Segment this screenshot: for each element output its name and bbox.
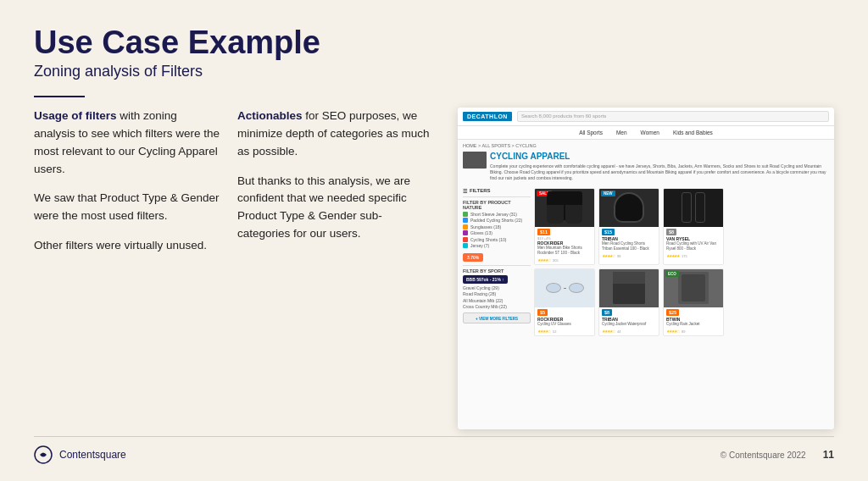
slide-subtitle: Zoning analysis of Filters	[34, 63, 834, 80]
product-subname: Cycling Rain Jacket	[666, 322, 721, 327]
hot-badge: 3.70%	[463, 253, 483, 262]
filter-text: Jersey (7)	[470, 243, 489, 248]
filter-text: Gravel Cycling (29)	[463, 285, 499, 290]
filter-item: Sunglasses (18)	[463, 224, 531, 229]
product-card[interactable]: SALE $11 $	[534, 188, 595, 265]
star-rating: ★★★★☆	[602, 329, 615, 334]
product-tag: ECO	[665, 271, 679, 277]
right-col: Actionables for SEO purposes, we minimiz…	[237, 108, 432, 429]
filter-item: Cycling Shorts (10)	[463, 237, 531, 242]
product-card[interactable]: NEW $15 TRIBAN Men Road Cycling Shorts T…	[598, 188, 659, 265]
logo-area: Contentsquare	[34, 445, 126, 464]
product-subname: Cycling UV Glasses	[537, 322, 592, 327]
product-img-shape	[546, 283, 584, 293]
nav-women: Women	[639, 129, 661, 136]
product-image	[535, 269, 594, 307]
left-para1: Usage of filters with zoning analysis to…	[34, 108, 220, 179]
page-desc: Complete your cycling experience with co…	[490, 163, 829, 181]
product-card[interactable]: $8 TRIBAN Cycling Jacket Waterproof ★★★★…	[598, 268, 659, 336]
products-area: ☰ FILTERS FILTER BY PRODUCT NATURE Short…	[463, 188, 829, 337]
left-para1-bold: Usage of filters	[34, 109, 117, 122]
product-image: NEW	[599, 189, 659, 227]
filter-item: Short Sleeve Jersey (31)	[463, 212, 531, 217]
product-info: $11 $13 +4% ROCKRIDER Men Mountain Bike …	[535, 227, 594, 264]
product-rating: ★★★★☆ 98	[602, 252, 656, 258]
star-rating: ★★★★☆	[537, 257, 550, 263]
title-divider	[34, 96, 85, 97]
glass-lens	[569, 283, 584, 293]
product-img-shape	[682, 192, 705, 223]
product-price: $8	[666, 229, 676, 235]
filter-dot	[463, 218, 468, 223]
product-info: $15 TRIBAN Men Road Cycling Shorts Triba…	[599, 227, 659, 260]
product-img-shape	[614, 192, 644, 223]
browser-nav: All Sports Men Women Kids and Babies	[458, 126, 834, 140]
filter-dot	[463, 230, 468, 235]
page-number: 11	[823, 449, 834, 461]
filter-text: Gloves (13)	[470, 230, 492, 235]
filter-text: Road Racing (28)	[463, 291, 496, 296]
product-card[interactable]: ECO $25 BTWIN Cycling Rain Jacket	[663, 268, 724, 336]
left-para3: Other filters were virtually unused.	[34, 237, 220, 255]
glass-bridge	[564, 288, 566, 289]
product-img-shape	[547, 191, 582, 224]
slide-header: Use Case Example Zoning analysis of Filt…	[34, 25, 834, 80]
contentsquare-logo-icon	[34, 445, 53, 464]
product-info: $8 VAN RYSEL Road Cycling with UV Air Va…	[664, 227, 723, 260]
product-subname: Men Mountain Bike Shorts Rockrider ST 10…	[537, 246, 592, 256]
view-more-label: + VIEW MORE FILTERS	[476, 317, 518, 321]
product-price: $5	[537, 309, 548, 316]
product-info: $8 TRIBAN Cycling Jacket Waterproof ★★★★…	[599, 307, 659, 335]
page-heading: CYCLING APPAREL	[490, 152, 829, 161]
rating-count: 89	[682, 329, 685, 334]
filter-item: Jersey (7)	[463, 243, 531, 248]
right-para1-bold: Actionables	[237, 109, 303, 122]
product-price: $15	[602, 229, 615, 235]
product-img-shape	[678, 272, 709, 304]
product-rating: ★★★★☆ 89	[666, 328, 721, 334]
category-image	[463, 152, 487, 169]
product-price: $11	[537, 229, 550, 235]
rating-count: 175	[682, 254, 687, 258]
left-col: Usage of filters with zoning analysis to…	[34, 108, 220, 429]
product-subname: Road Cycling with UV Air Van Rysel 800 -…	[666, 241, 721, 252]
filter-sport-item: Gravel Cycling (29)	[463, 285, 531, 290]
star-rating: ★★★★☆	[602, 253, 615, 258]
star-rating: ★★★★★	[666, 253, 679, 258]
filter-text: Short Sleeve Jersey (31)	[470, 212, 517, 217]
glass-lens	[546, 283, 561, 293]
content-area: Usage of filters with zoning analysis to…	[34, 108, 834, 429]
browser-top-bar: DECATHLON Search 8,000 products from 60 …	[458, 108, 834, 126]
product-image: ECO	[664, 269, 723, 307]
product-card[interactable]: $8 VAN RYSEL Road Cycling with UV Air Va…	[663, 188, 724, 265]
product-card[interactable]: $5 ROCKRIDER Cycling UV Glasses ★★★★☆ 52	[534, 268, 595, 336]
filter-dot	[463, 224, 468, 229]
nav-kids: Kids and Babies	[671, 129, 715, 136]
product-info: $5 ROCKRIDER Cycling UV Glasses ★★★★☆ 52	[535, 307, 594, 335]
footer-right: © Contentsquare 2022 11	[721, 449, 834, 461]
browser-mockup: DECATHLON Search 8,000 products from 60 …	[458, 108, 834, 429]
filter-text: Sunglasses (18)	[470, 224, 501, 229]
product-image	[664, 189, 723, 227]
rating-count: 305	[553, 258, 559, 263]
rating-count: 98	[617, 254, 620, 258]
filter-header: ☰ FILTERS	[463, 188, 531, 194]
product-tag: NEW	[601, 191, 615, 196]
filter-section-title: FILTER BY PRODUCT NATURE	[463, 196, 531, 210]
filter-text: Cross Country Mtb (22)	[463, 304, 507, 309]
products-grid: SALE $11 $	[534, 188, 829, 337]
products-row-2: $5 ROCKRIDER Cycling UV Glasses ★★★★☆ 52	[534, 268, 829, 336]
product-price: $8	[602, 309, 612, 316]
left-para2: We saw that Product Type & Gender were t…	[34, 190, 220, 225]
filter-dot	[463, 243, 468, 248]
view-more-btn[interactable]: + VIEW MORE FILTERS	[463, 312, 531, 323]
filters-label: FILTERS	[470, 188, 491, 193]
slide-title: Use Case Example	[34, 25, 834, 61]
browser-search-bar: Search 8,000 products from 60 sports	[517, 111, 829, 122]
slide: Use Case Example Zoning analysis of Filt…	[0, 0, 868, 481]
filters-icon: ☰	[463, 188, 467, 194]
right-para2: But thanks to this analysis, we are conf…	[237, 173, 432, 244]
product-rating: ★★★★☆ 44	[602, 328, 656, 334]
filter-item: Padded Cycling Shorts (22)	[463, 218, 531, 223]
product-rating: ★★★★☆ 52	[537, 328, 592, 334]
